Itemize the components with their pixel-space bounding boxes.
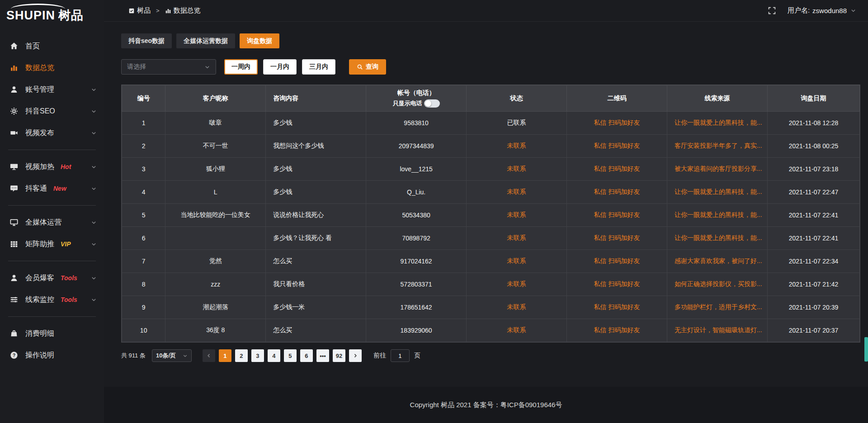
- display-icon: [10, 163, 19, 171]
- breadcrumb-item-app[interactable]: 树品: [128, 6, 151, 15]
- cell-status: 未联系: [467, 319, 567, 342]
- table-row: 4L多少钱Q_Liu.未联系私信 扫码加好友让你一眼就爱上的黑科技，能...20…: [122, 181, 860, 204]
- page-button-6[interactable]: 6: [300, 349, 313, 362]
- bar-chart-icon: [10, 64, 19, 72]
- cell-date: 2021-11-07 22:34: [767, 250, 859, 273]
- cell-nickname: L: [165, 181, 266, 204]
- main-column: 树品 > 数据总览 用户名: zswodun88 抖音seo数据全媒体运营数据询…: [104, 0, 868, 423]
- app-logo[interactable]: SHUPIN树品: [0, 4, 104, 27]
- scrollbar[interactable]: [864, 0, 868, 423]
- home-icon: [10, 42, 19, 50]
- tab-0[interactable]: 抖音seo数据: [121, 33, 172, 48]
- column-header-1: 客户昵称: [165, 85, 266, 112]
- date-range-buttons: 一周内一月内三月内: [224, 59, 335, 75]
- cell-qr[interactable]: 私信 扫码加好友: [567, 227, 667, 250]
- cell-qr[interactable]: 私信 扫码加好友: [567, 158, 667, 181]
- cell-account: 2097344839: [366, 135, 467, 158]
- prev-page-button[interactable]: [203, 349, 215, 362]
- sidebar-item-0[interactable]: 首页: [0, 35, 104, 57]
- cell-source[interactable]: 被大家追着问的客厅投影分享...: [667, 158, 767, 181]
- sidebar-item-9[interactable]: 全媒体运营: [0, 212, 104, 233]
- page-button-5[interactable]: 5: [284, 349, 297, 362]
- cell-status: 未联系: [467, 250, 567, 273]
- cell-qr[interactable]: 私信 扫码加好友: [567, 181, 667, 204]
- sidebar-item-6[interactable]: 视频加热Hot: [0, 156, 104, 178]
- cell-account: 70898792: [366, 227, 467, 250]
- cell-source[interactable]: 感谢大家喜欢我家，被问了好...: [667, 250, 767, 273]
- cell-status: 未联系: [467, 204, 567, 227]
- cell-qr[interactable]: 私信 扫码加好友: [567, 296, 667, 319]
- goto-page-input[interactable]: [391, 349, 410, 362]
- cell-num: 1: [122, 112, 165, 135]
- page-ellipsis[interactable]: •••: [316, 349, 329, 362]
- cell-qr[interactable]: 私信 扫码加好友: [567, 250, 667, 273]
- range-button-1[interactable]: 一月内: [263, 59, 297, 75]
- cell-source[interactable]: 客厅安装投影半年多了，真实...: [667, 135, 767, 158]
- next-page-button[interactable]: [349, 349, 362, 362]
- sidebar-item-4[interactable]: 视频发布: [0, 122, 104, 144]
- tab-1[interactable]: 全媒体运营数据: [176, 33, 235, 48]
- sidebar-item-3[interactable]: 抖音SEO: [0, 100, 104, 122]
- sidebar-item-16[interactable]: ?操作说明: [0, 344, 104, 366]
- svg-text:?: ?: [13, 353, 15, 358]
- chevron-down-icon: [183, 353, 188, 358]
- scrollbar-thumb[interactable]: [864, 337, 868, 362]
- breadcrumb-item-overview[interactable]: 数据总览: [165, 6, 201, 15]
- cell-qr[interactable]: 私信 扫码加好友: [567, 319, 667, 342]
- cell-qr[interactable]: 私信 扫码加好友: [567, 135, 667, 158]
- phone-toggle-switch[interactable]: [424, 99, 440, 108]
- page-button-1[interactable]: 1: [219, 349, 231, 362]
- range-button-0[interactable]: 一周内: [224, 59, 258, 75]
- sidebar-item-1[interactable]: 数据总览: [0, 57, 104, 79]
- table-row: 9潮起潮落多少钱一米178651642未联系私信 扫码加好友多功能护栏灯，适用于…: [122, 296, 860, 319]
- logo-text: SHUPIN树品: [6, 7, 84, 24]
- query-button[interactable]: 查询: [349, 59, 386, 75]
- cell-qr[interactable]: 私信 扫码加好友: [567, 273, 667, 296]
- sidebar-item-label: 操作说明: [25, 351, 54, 360]
- question-icon: ?: [10, 351, 19, 359]
- filter-select[interactable]: 请选择: [121, 59, 216, 75]
- cell-nickname: 狐小狸: [165, 158, 266, 181]
- sidebar-item-7[interactable]: 抖客通New: [0, 178, 104, 199]
- page-button-92[interactable]: 92: [333, 349, 345, 362]
- cell-status: 未联系: [467, 273, 567, 296]
- column-header-2: 咨询内容: [266, 85, 366, 112]
- sidebar: SHUPIN树品 首页数据总览账号管理抖音SEO视频发布视频加热Hot抖客通Ne…: [0, 0, 104, 423]
- cell-nickname: 当地比较能吃的一位美女: [165, 204, 266, 227]
- chevron-down-icon: [91, 220, 97, 226]
- tab-2[interactable]: 询盘数据: [240, 33, 279, 48]
- video-icon: [10, 129, 19, 137]
- sidebar-item-12[interactable]: 会员爆客Tools: [0, 267, 104, 289]
- page-button-3[interactable]: 3: [251, 349, 264, 362]
- cell-source[interactable]: 让你一眼就爱上的黑科技，能...: [667, 204, 767, 227]
- sidebar-item-13[interactable]: 线索监控Tools: [0, 289, 104, 310]
- cell-content: 我只看价格: [266, 273, 366, 296]
- cell-source[interactable]: 让你一眼就爱上的黑科技，能...: [667, 181, 767, 204]
- monitor-icon: [10, 218, 19, 226]
- pagination: 共 911 条 10条/页 123456•••92 前往 页: [121, 349, 860, 362]
- sidebar-item-2[interactable]: 账号管理: [0, 79, 104, 100]
- cell-qr[interactable]: 私信 扫码加好友: [567, 112, 667, 135]
- sidebar-item-label: 会员爆客: [25, 273, 54, 283]
- page-button-4[interactable]: 4: [268, 349, 280, 362]
- user-menu[interactable]: 用户名: zswodun88: [788, 6, 856, 15]
- cell-source[interactable]: 如何正确选择投影仪，买投影...: [667, 273, 767, 296]
- cell-source[interactable]: 无主灯设计，智能磁吸轨道灯...: [667, 319, 767, 342]
- chevron-down-icon: [91, 87, 97, 93]
- table-header-row: 编号客户昵称咨询内容帐号（电话）只显示电话状态二维码线索来源询盘日期: [122, 85, 860, 112]
- fullscreen-icon[interactable]: [768, 7, 776, 14]
- range-button-2[interactable]: 三月内: [302, 59, 335, 75]
- cell-source[interactable]: 多功能护栏灯，适用于乡村文...: [667, 296, 767, 319]
- page-size-select[interactable]: 10条/页: [152, 349, 192, 362]
- sidebar-item-10[interactable]: 矩阵助推VIP: [0, 233, 104, 255]
- sidebar-item-label: 矩阵助推: [25, 240, 54, 249]
- page-button-2[interactable]: 2: [235, 349, 248, 362]
- sidebar-item-label: 视频发布: [25, 128, 54, 138]
- cell-source[interactable]: 让你一眼就爱上的黑科技，能...: [667, 112, 767, 135]
- logo-cn-text: 树品: [58, 9, 84, 22]
- sidebar-item-label: 线索监控: [25, 295, 54, 305]
- cell-qr[interactable]: 私信 扫码加好友: [567, 204, 667, 227]
- sidebar-item-15[interactable]: 消费明细: [0, 323, 104, 344]
- cell-source[interactable]: 让你一眼就爱上的黑科技，能...: [667, 227, 767, 250]
- inquiry-table: 编号客户昵称咨询内容帐号（电话）只显示电话状态二维码线索来源询盘日期 1啵章多少…: [121, 85, 860, 343]
